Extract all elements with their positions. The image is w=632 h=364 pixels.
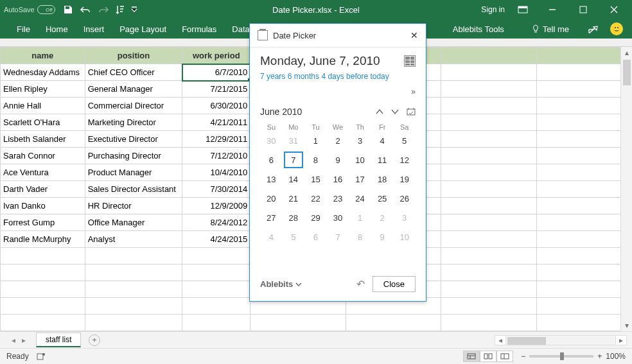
scroll-down-icon[interactable]: ▾ — [621, 320, 632, 331]
calendar-day[interactable]: 2 — [371, 208, 394, 227]
cell-empty[interactable] — [536, 281, 632, 298]
cell-date[interactable]: 10/4/2010 — [182, 164, 250, 181]
cell-empty[interactable] — [182, 264, 250, 281]
calendar-day[interactable]: 19 — [393, 169, 416, 189]
cell-empty[interactable] — [250, 315, 346, 331]
tellme-search[interactable]: Tell me — [523, 24, 577, 34]
tab-insert[interactable]: Insert — [76, 19, 112, 39]
calendar-day[interactable]: 6 — [260, 150, 283, 169]
sheet-nav[interactable]: ◂▸ — [5, 336, 32, 345]
tab-ablebits-tools[interactable]: Ablebits Tools — [445, 24, 512, 34]
cell-position[interactable]: HR Director — [85, 198, 182, 214]
cell-empty[interactable] — [441, 114, 536, 131]
table-row[interactable] — [1, 315, 632, 331]
cell-date[interactable]: 7/30/2014 — [182, 181, 250, 198]
calendar-day[interactable]: 28 — [283, 208, 305, 227]
cell-position[interactable]: Sales Director Assistant — [85, 181, 182, 198]
cell-position[interactable]: Marketing Director — [85, 114, 182, 131]
cell-position[interactable]: Analyst — [85, 231, 182, 248]
cell-name[interactable]: Ivan Danko — [1, 198, 85, 214]
cell-empty[interactable] — [536, 298, 632, 315]
calendar-day[interactable]: 5 — [393, 131, 416, 150]
horizontal-scrollbar[interactable]: ◂ ▸ — [495, 335, 627, 345]
tab-file[interactable]: File — [9, 19, 38, 39]
cell-empty[interactable] — [182, 315, 250, 331]
calendar-day[interactable]: 10 — [349, 150, 371, 169]
cell-empty[interactable] — [182, 298, 250, 315]
calendar-day[interactable]: 4 — [371, 131, 394, 150]
cell-name[interactable]: Lisbeth Salander — [1, 131, 85, 148]
cell-empty[interactable] — [85, 248, 182, 264]
date-diff-link[interactable]: 7 years 6 months 4 days before today — [260, 72, 416, 81]
hscroll-thumb[interactable] — [507, 337, 546, 345]
add-sheet-button[interactable]: ＋ — [89, 334, 100, 346]
cell-date[interactable]: 7/12/2010 — [182, 148, 250, 164]
zoom-slider[interactable] — [529, 355, 593, 358]
cell-empty[interactable] — [441, 315, 536, 331]
cell-empty[interactable] — [182, 281, 250, 298]
redo-icon[interactable] — [98, 5, 109, 14]
cell-date[interactable]: 4/24/2015 — [182, 231, 250, 248]
cell-name[interactable]: Randle McMurphy — [1, 231, 85, 248]
calendar-day[interactable]: 25 — [371, 189, 394, 208]
view-page-layout-icon[interactable] — [480, 351, 496, 362]
view-page-break-icon[interactable] — [496, 351, 513, 362]
undo-icon[interactable] — [80, 5, 91, 14]
calendar-day[interactable]: 21 — [283, 189, 305, 208]
scroll-left-icon[interactable]: ◂ — [495, 335, 506, 345]
date-calculator-icon[interactable] — [404, 55, 416, 67]
calendar-day[interactable]: 30 — [327, 208, 349, 227]
zoom-out-icon[interactable]: − — [521, 352, 525, 361]
signin-link[interactable]: Sign in — [481, 5, 505, 14]
qat-customize-icon[interactable] — [131, 6, 137, 13]
cell-empty[interactable] — [536, 64, 632, 81]
zoom-level[interactable]: 100% — [606, 352, 626, 361]
tab-formulas[interactable]: Formulas — [174, 19, 224, 39]
calendar-day[interactable]: 1 — [304, 131, 327, 150]
calendar-day[interactable]: 3 — [349, 131, 371, 150]
cell-position[interactable]: Chief CEO Officer — [85, 64, 182, 81]
cell-date[interactable]: 4/21/2011 — [182, 114, 250, 131]
calendar-day[interactable]: 16 — [327, 169, 349, 189]
cell-date[interactable]: 12/29/2011 — [182, 131, 250, 148]
cell-empty[interactable] — [441, 214, 536, 231]
cell-empty[interactable] — [441, 181, 536, 198]
cell-empty[interactable] — [1, 315, 85, 331]
close-icon[interactable] — [610, 6, 628, 13]
cell-empty[interactable] — [536, 148, 632, 164]
calendar-day[interactable]: 18 — [371, 169, 394, 189]
calendar-day[interactable]: 15 — [304, 169, 327, 189]
scroll-thumb[interactable] — [623, 60, 631, 85]
cell-empty[interactable] — [441, 64, 536, 81]
calendar-day[interactable]: 12 — [393, 150, 416, 169]
scroll-up-icon[interactable]: ▴ — [621, 47, 632, 58]
zoom-control[interactable]: − + 100% — [521, 352, 626, 361]
calendar-day[interactable]: 14 — [283, 169, 305, 189]
cell-empty[interactable] — [536, 164, 632, 181]
cell-empty[interactable] — [441, 298, 536, 315]
cell-name[interactable]: Sarah Connor — [1, 148, 85, 164]
cell-empty[interactable] — [441, 131, 536, 148]
minimize-icon[interactable] — [549, 6, 566, 13]
expand-icon[interactable]: » — [411, 87, 416, 96]
cell-empty[interactable] — [441, 281, 536, 298]
cell-empty[interactable] — [536, 181, 632, 198]
cell-empty[interactable] — [1, 248, 85, 264]
cell-name[interactable]: Darth Vader — [1, 181, 85, 198]
pane-undo-icon[interactable]: ↶ — [356, 278, 365, 290]
calendar-day[interactable]: 30 — [260, 131, 283, 150]
goto-today-icon[interactable] — [407, 108, 416, 116]
calendar-day[interactable]: 11 — [371, 150, 394, 169]
calendar-day[interactable]: 31 — [283, 131, 305, 150]
calendar-day[interactable]: 29 — [304, 208, 327, 227]
calendar-day[interactable]: 10 — [393, 227, 416, 247]
autosave-toggle[interactable]: AutoSave Off — [4, 5, 55, 14]
cell-empty[interactable] — [441, 164, 536, 181]
pane-close-icon[interactable]: ✕ — [410, 30, 418, 40]
share-icon[interactable] — [588, 24, 599, 33]
cell-empty[interactable] — [85, 281, 182, 298]
calendar-day[interactable]: 9 — [371, 227, 394, 247]
cell-empty[interactable] — [536, 98, 632, 114]
cell-empty[interactable] — [1, 298, 85, 315]
macro-record-icon[interactable] — [37, 352, 46, 361]
